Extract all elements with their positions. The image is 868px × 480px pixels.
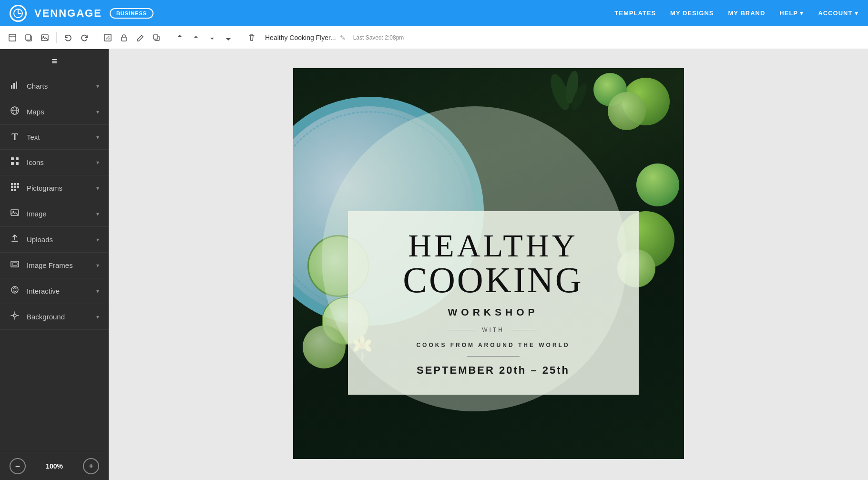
charts-label: Charts [27, 82, 48, 90]
toolbar-send-backward[interactable] [205, 31, 219, 44]
sidebar-item-background[interactable]: Background ▾ [0, 304, 109, 330]
design-canvas: HEALTHY COOKING WORKSHOP WITH COOKS FROM… [293, 68, 684, 459]
svg-rect-25 [17, 183, 19, 185]
toolbar-duplicate[interactable] [150, 31, 163, 44]
canvas-area[interactable]: HEALTHY COOKING WORKSHOP WITH COOKS FROM… [109, 49, 868, 480]
interactive-icon [10, 285, 20, 297]
title-line-1: HEALTHY [361, 229, 625, 262]
bottom-separator [467, 356, 520, 357]
pictograms-arrow: ▾ [96, 185, 99, 192]
maps-icon [10, 106, 20, 118]
toolbar-divider-3 [168, 32, 168, 43]
edit-title-icon[interactable]: ✎ [340, 34, 346, 41]
image-frames-arrow: ▾ [96, 262, 99, 269]
toolbar-icon-page[interactable] [6, 31, 19, 44]
logo-icon [10, 5, 27, 22]
icons-arrow: ▾ [96, 159, 99, 166]
hamburger-icon: ≡ [51, 56, 57, 67]
with-text: WITH [482, 327, 504, 333]
image-label: Image [27, 210, 47, 218]
svg-rect-23 [11, 183, 13, 185]
divider-left [449, 330, 475, 330]
herb-leaves [551, 68, 589, 125]
tagline-text: COOKS FROM AROUND THE WORLD [361, 342, 625, 348]
title-line-2: COOKING [361, 262, 625, 298]
maps-arrow: ▾ [96, 109, 99, 115]
toolbar-lock[interactable] [117, 31, 131, 44]
nav-my-brand[interactable]: MY BRAND [728, 10, 766, 17]
text-arrow: ▾ [96, 134, 99, 141]
sidebar-item-interactive[interactable]: Interactive ▾ [0, 278, 109, 304]
toolbar-resize[interactable] [101, 31, 114, 44]
divider-right [511, 330, 537, 330]
sidebar-item-uploads[interactable]: Uploads ▾ [0, 227, 109, 253]
toolbar-divider-2 [96, 32, 96, 43]
sidebar-item-text[interactable]: T Text ▾ [0, 125, 109, 150]
sidebar-item-maps[interactable]: Maps ▾ [0, 99, 109, 125]
toolbar-title-area: Healthy Cooking Flyer... ✎ Last Saved: 2… [265, 34, 404, 41]
toolbar-icon-copy[interactable] [22, 31, 35, 44]
toolbar-redo[interactable] [78, 31, 91, 44]
svg-rect-34 [12, 263, 17, 266]
nav-help[interactable]: HELP ▾ [779, 10, 804, 17]
toolbar-bring-front[interactable] [173, 31, 186, 44]
charts-icon [10, 80, 20, 92]
background-arrow: ▾ [96, 314, 99, 320]
sidebar-item-pictograms[interactable]: Pictograms ▾ [0, 175, 109, 201]
svg-rect-33 [11, 261, 19, 267]
date-text: SEPTEMBER 20th – 25th [361, 364, 625, 377]
image-icon [10, 208, 20, 220]
svg-rect-22 [16, 162, 19, 165]
svg-rect-13 [11, 85, 12, 89]
nav-account[interactable]: ACCOUNT ▾ [818, 10, 858, 17]
svg-rect-12 [153, 35, 158, 39]
content-box: HEALTHY COOKING WORKSHOP WITH COOKS FROM… [348, 211, 639, 395]
text-label: Text [27, 133, 40, 141]
svg-point-36 [13, 314, 16, 317]
uploads-label: Uploads [27, 235, 53, 244]
logo-text: VENNGAGE [34, 7, 102, 20]
svg-rect-3 [9, 34, 16, 41]
uploads-arrow: ▾ [96, 236, 99, 243]
svg-rect-10 [122, 37, 126, 41]
divider-with: WITH [361, 327, 625, 333]
sidebar-item-charts[interactable]: Charts ▾ [0, 73, 109, 99]
toolbar-edit[interactable] [133, 31, 147, 44]
svg-rect-14 [13, 83, 15, 89]
toolbar-icon-image[interactable] [38, 31, 51, 44]
tomato-3 [608, 92, 646, 130]
sidebar-menu-button[interactable]: ≡ [0, 49, 109, 73]
svg-rect-30 [14, 189, 16, 191]
zoom-in-button[interactable]: + [83, 458, 99, 474]
toolbar-delete[interactable] [245, 31, 258, 44]
svg-rect-24 [14, 183, 16, 185]
toolbar-bring-forward[interactable] [189, 31, 203, 44]
tomato-5 [636, 163, 679, 206]
business-badge[interactable]: BUSINESS [110, 8, 153, 19]
svg-rect-28 [17, 186, 19, 188]
interactive-arrow: ▾ [96, 288, 99, 295]
sidebar: ≡ Charts ▾ Maps ▾ T Text [0, 49, 109, 480]
sidebar-item-image[interactable]: Image ▾ [0, 201, 109, 227]
nav-my-designs[interactable]: MY DESIGNS [670, 10, 714, 17]
toolbar-send-back[interactable] [222, 31, 235, 44]
icons-label: Icons [27, 158, 44, 166]
sidebar-item-image-frames[interactable]: Image Frames ▾ [0, 253, 109, 278]
svg-rect-29 [11, 189, 13, 191]
pictograms-icon [10, 182, 20, 194]
document-name[interactable]: Healthy Cooking Flyer... [265, 34, 336, 41]
top-navigation: VENNGAGE BUSINESS TEMPLATES MY DESIGNS M… [0, 0, 868, 26]
nav-templates[interactable]: TEMPLATES [614, 10, 656, 17]
zoom-out-button[interactable]: − [10, 458, 26, 474]
main-area: ≡ Charts ▾ Maps ▾ T Text [0, 49, 868, 480]
zoom-level: 100% [46, 462, 63, 470]
svg-rect-15 [16, 82, 17, 89]
svg-rect-19 [11, 157, 14, 160]
icons-icon [10, 156, 20, 168]
nav-right: TEMPLATES MY DESIGNS MY BRAND HELP ▾ ACC… [614, 10, 858, 17]
slice-3 [303, 326, 346, 368]
nav-left: VENNGAGE BUSINESS [10, 5, 153, 22]
background-label: Background [27, 313, 65, 321]
toolbar-undo[interactable] [61, 31, 75, 44]
sidebar-item-icons[interactable]: Icons ▾ [0, 150, 109, 175]
